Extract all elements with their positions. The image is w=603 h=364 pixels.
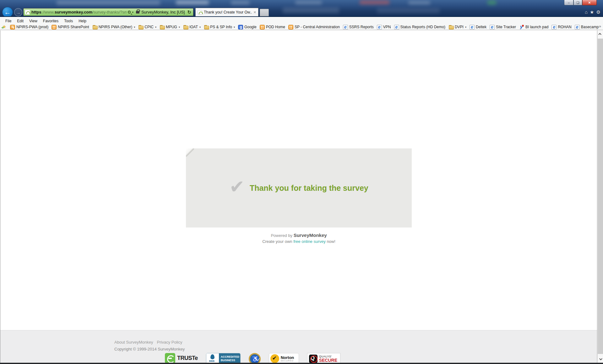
qualys-line2: SECURE	[319, 358, 337, 362]
refresh-icon[interactable]: ↻	[187, 9, 192, 15]
ie-icon	[490, 25, 495, 29]
scrollbar-thumb[interactable]	[598, 39, 603, 354]
qualys-secure-badge[interactable]: QUALYS' SECURE	[307, 353, 340, 364]
glass-blur-decoration	[57, 1, 160, 5]
folder-dropdown-icon: ▾	[234, 26, 235, 29]
forward-button[interactable]: →	[14, 8, 22, 16]
taskbar-edge	[0, 363, 603, 364]
restore-button[interactable]: ❏	[573, 0, 582, 5]
free-online-survey-link[interactable]: free online survey	[293, 239, 326, 244]
favorites-item[interactable]: ROHAN	[550, 25, 573, 29]
favorites-item-label: MPUG	[166, 25, 177, 29]
footer-link-privacy-policy[interactable]: Privacy Policy	[157, 340, 182, 345]
ie-icon	[377, 25, 382, 29]
back-icon: ←	[4, 8, 11, 16]
favorites-item[interactable]: PS & SP Info▾	[203, 25, 237, 29]
glass-blur-decoration	[408, 1, 430, 4]
favorites-item[interactable]: Deltek	[468, 25, 488, 29]
vertical-scrollbar[interactable]	[597, 30, 603, 364]
favorites-item[interactable]: DVPI▾	[447, 25, 468, 29]
tab-close-icon[interactable]: ✕	[253, 10, 256, 14]
favorites-item[interactable]: Status Reports (HD Demo)	[393, 25, 447, 29]
folder-dropdown-icon: ▾	[134, 26, 135, 29]
glass-blur-decoration	[283, 8, 339, 13]
favorites-item-label: SP - Central Administration	[295, 25, 340, 29]
menu-item-tools[interactable]: Tools	[61, 18, 76, 24]
bbb-torch-icon	[206, 353, 219, 364]
favorites-star-icon[interactable]: ★	[590, 10, 594, 15]
favorites-item[interactable]: VPN	[376, 25, 393, 29]
menu-item-help[interactable]: Help	[76, 18, 89, 24]
scroll-up-button[interactable]	[598, 30, 603, 38]
favorites-item[interactable]: SP - Central Administration	[287, 25, 342, 29]
favorites-item-label: Google	[244, 25, 257, 29]
url-text[interactable]: https://www.surveymonkey.com/survey-than…	[31, 10, 127, 14]
add-favorite-icon[interactable]	[2, 25, 7, 29]
tools-gear-icon[interactable]: ⚙	[596, 10, 600, 15]
surveymonkey-brand: SurveyMonkey	[294, 233, 327, 238]
new-tab-button[interactable]	[260, 9, 269, 16]
folder-icon	[448, 25, 454, 30]
powered-by-prefix: Powered by	[271, 233, 292, 238]
favorites-item[interactable]: POD Home	[258, 25, 287, 29]
ie-icon	[343, 25, 348, 29]
ie-icon	[575, 25, 580, 29]
footer-link-about-surveymonkey[interactable]: About SurveyMonkey	[114, 340, 153, 345]
favorites-item[interactable]: Site Tracker	[488, 25, 518, 29]
google-icon	[238, 25, 243, 29]
glass-blur-decoration	[176, 1, 209, 4]
favorites-item-label: CPIC	[144, 25, 154, 29]
truste-badge[interactable]: TRUSTe	[165, 353, 198, 363]
trust-badges: TRUSTe ACCREDITED BUSINESS Norton SECURE…	[165, 353, 340, 364]
folder-icon	[204, 25, 209, 30]
menu-item-file[interactable]: File	[3, 18, 14, 24]
folder-icon	[92, 25, 97, 30]
favorites-item-label: Site Tracker	[496, 25, 516, 29]
minimize-button[interactable]: –	[564, 0, 573, 5]
favorites-item-label: Status Reports (HD Demo)	[400, 25, 445, 29]
search-icon[interactable]	[128, 11, 131, 13]
menu-bar: FileEditViewFavoritesToolsHelp	[0, 18, 603, 24]
favorites-item[interactable]: NPIRS PWA (Other)▾	[91, 25, 137, 29]
favorites-overflow-chevron-icon[interactable]: »	[599, 24, 601, 29]
ssl-lock-icon[interactable]	[136, 11, 139, 13]
norton-secured-badge[interactable]: Norton SECURED	[269, 353, 299, 364]
bbb-line2: BUSINESS	[221, 359, 240, 362]
favorites-item-label: ROHAN	[558, 25, 571, 29]
favorites-item-label: NPIRS PWA (Other)	[99, 25, 133, 29]
menu-item-edit[interactable]: Edit	[14, 18, 26, 24]
bbb-accredited-badge[interactable]: ACCREDITED BUSINESS	[206, 353, 241, 364]
create-line-before: Create your own	[262, 239, 293, 244]
address-bar[interactable]: https://www.surveymonkey.com/survey-than…	[23, 8, 193, 16]
favorites-item[interactable]: SSRS Reports	[342, 25, 376, 29]
glass-blur-decoration	[360, 0, 389, 4]
favorites-item-label: NPIRS SharePoint	[58, 25, 89, 29]
home-icon[interactable]: ⌂	[585, 10, 588, 15]
back-button[interactable]: ←	[2, 7, 13, 17]
favorites-item[interactable]: Basecamp	[573, 25, 601, 29]
norton-label: Norton	[281, 356, 294, 360]
favorites-item[interactable]: MPUG▾	[158, 25, 182, 29]
qualys-q-icon	[309, 355, 318, 363]
favorites-item[interactable]: BI launch pad	[518, 25, 550, 29]
menu-item-favorites[interactable]: Favorites	[40, 18, 61, 24]
favorites-item[interactable]: CPIC▾	[137, 25, 158, 29]
favorites-item[interactable]: Google	[237, 25, 258, 29]
sharepoint-icon	[288, 25, 293, 29]
accessibility-badge[interactable]	[249, 353, 261, 364]
close-button[interactable]: ✕	[582, 0, 597, 5]
restore-icon: ❏	[577, 1, 579, 4]
favorites-item[interactable]: NPIRS SharePoint	[50, 25, 91, 29]
folder-dropdown-icon: ▾	[179, 26, 180, 29]
scroll-down-button[interactable]	[598, 356, 603, 363]
bbb-line1: ACCREDITED	[221, 355, 240, 359]
checkmark-icon: ✔	[229, 178, 245, 196]
folder-dropdown-icon: ▾	[155, 26, 156, 29]
favorites-item[interactable]: NPIRS-PWA (prod)	[9, 25, 50, 29]
folder-icon	[160, 25, 165, 30]
browser-tab[interactable]: Thank you! Create Your Ow... ✕	[195, 8, 258, 16]
menu-item-view[interactable]: View	[26, 18, 40, 24]
ssl-certificate-label[interactable]: SurveyMonkey, Inc [US]	[141, 10, 185, 14]
favorites-item[interactable]: IOAT▾	[182, 25, 203, 29]
address-dropdown-icon[interactable]: ▾	[132, 11, 133, 14]
